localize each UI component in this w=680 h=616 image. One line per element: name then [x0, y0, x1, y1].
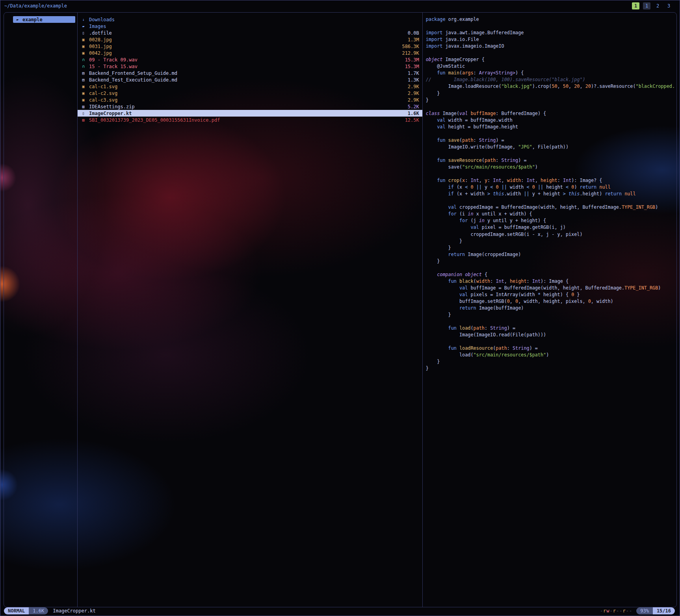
file-size: 0.0B: [408, 30, 419, 36]
code-line: }: [426, 245, 675, 251]
code-line: }: [426, 97, 675, 104]
tab-1[interactable]: 1: [632, 2, 639, 9]
pdf-icon: ▧: [81, 118, 86, 122]
code-line: Image.loadResource("black.jpg").crop(50,…: [426, 83, 675, 90]
terminal-window: ~/Data/example/example 1123 ▰example ↓Do…: [0, 0, 680, 616]
code-line: }: [426, 358, 675, 365]
file-size-indicator: 1.6K: [29, 607, 48, 614]
download-icon: ↓: [81, 17, 86, 22]
file-name: ImageCropper.kt: [89, 111, 132, 116]
file-name: 0031.jpg: [89, 44, 112, 49]
file-row[interactable]: ▥IDEAsettings.zip5.2K: [78, 103, 422, 110]
code-line: [426, 130, 675, 137]
file-row[interactable]: ▤Backend_Test_Execution_Guide.md1.3K: [78, 76, 422, 83]
file-row[interactable]: ▣cal-c1.svg2.9K: [78, 83, 422, 90]
file-row[interactable]: ▣cal-c2.svg2.9K: [78, 90, 422, 96]
code-line: return Image(croppedImage): [426, 251, 675, 258]
position-pill: 93% 15/16: [636, 607, 675, 614]
file-name: 0028.jpg: [89, 37, 112, 43]
code-line: save("src/main/resources/$path"): [426, 164, 675, 171]
code-line: [426, 318, 675, 325]
image-icon: ▣: [81, 98, 86, 102]
file-size: 15.3M: [405, 57, 419, 63]
parent-dir-item[interactable]: ▰example: [13, 16, 75, 23]
file-size: 2.9K: [408, 84, 419, 89]
tab-4[interactable]: 3: [665, 2, 673, 9]
code-line: import javax.imageio.ImageIO: [426, 43, 675, 50]
code-line: import java.awt.image.BufferedImage: [426, 30, 675, 36]
code-line: [426, 104, 675, 110]
file-size: 1.6K: [408, 111, 419, 116]
code-line: // Image.black(100, 100).saveResource("b…: [426, 76, 675, 83]
code-line: }: [426, 258, 675, 265]
audio-icon: ∩: [81, 58, 86, 62]
image-icon: ▣: [81, 84, 86, 89]
status-bar: NORMAL 1.6K ImageCropper.kt -rw-r--r-- 9…: [0, 607, 680, 615]
file-row[interactable]: ∩15 - Track 15.wav15.3M: [78, 63, 422, 70]
file-size: 212.9K: [402, 50, 419, 56]
file-name: 15 - Track 15.wav: [89, 64, 137, 69]
scroll-percent: 93%: [636, 607, 653, 614]
file-row[interactable]: ∩09 - Track 09.wav15.3M: [78, 56, 422, 63]
file-size: 1.3M: [408, 37, 419, 43]
code-line: val buffImage = BufferedImage(width, hei…: [426, 285, 675, 291]
code-line: fun black(width: Int, height: Int): Imag…: [426, 278, 675, 285]
parent-directory-pane: ▰example: [4, 13, 77, 607]
file-name: 09 - Track 09.wav: [89, 57, 137, 63]
file-size: 5.2K: [408, 104, 419, 109]
mode-pill: NORMAL 1.6K: [4, 607, 48, 614]
code-line: return Image(buffImage): [426, 305, 675, 312]
file-row[interactable]: ↓Downloads: [78, 16, 422, 23]
code-line: val pixel = buffImage.getRGB(i, j): [426, 224, 675, 231]
mode-indicator: NORMAL: [4, 607, 29, 614]
markdown-icon: ▤: [81, 78, 86, 82]
file-row[interactable]: ▯.dotfile0.0B: [78, 30, 422, 36]
code-line: buffImage.setRGB(0, 0, width, height, pi…: [426, 298, 675, 305]
status-filename: ImageCropper.kt: [53, 608, 95, 614]
code-line: package org.example: [426, 16, 675, 23]
code-line: fun saveResource(path: String) =: [426, 157, 675, 164]
image-icon: ▣: [81, 91, 86, 95]
file-name: cal-c1.svg: [89, 84, 117, 89]
code-line: class Image(val buffImage: BufferedImage…: [426, 110, 675, 117]
file-list-pane: ↓Downloads▰Images▯.dotfile0.0B▣0028.jpg1…: [77, 13, 423, 607]
code-line: fun main(args: Array<String>) {: [426, 70, 675, 76]
code-line: import java.io.File: [426, 36, 675, 43]
code-line: }: [426, 90, 675, 97]
code-line: [426, 338, 675, 345]
code-line: if (x < 0 || y < 0 || width < 0 || heigh…: [426, 184, 675, 191]
folder-icon: ▰: [16, 17, 19, 22]
file-name: Images: [89, 24, 106, 29]
image-icon: ▣: [81, 44, 86, 48]
file-row[interactable]: ▣0031.jpg586.3K: [78, 43, 422, 50]
file-row[interactable]: ▤Backend_Frontend_Setup_Guide.md1.7K: [78, 70, 422, 76]
code-line: @JvmStatic: [426, 63, 675, 70]
code-line: val height = buffImage.height: [426, 124, 675, 130]
yazi-header: ~/Data/example/example 1123: [0, 0, 680, 12]
file-name: cal-c3.svg: [89, 97, 117, 103]
file-row[interactable]: ▧SBI_0032013739_2023_DE05_0003155631Invo…: [78, 117, 422, 123]
code-line: fun loadResource(path: String) =: [426, 345, 675, 352]
cursor-position: 15/16: [653, 607, 675, 614]
code-line: [426, 265, 675, 271]
code-line: companion object {: [426, 271, 675, 278]
file-name: SBI_0032013739_2023_DE05_0003155631Invoi…: [89, 117, 220, 123]
file-row[interactable]: ▣0028.jpg1.3M: [78, 36, 422, 43]
file-icon: ▯: [81, 31, 86, 35]
code-line: ImageIO.write(buffImage, "JPG", File(pat…: [426, 144, 675, 150]
tab-2[interactable]: 1: [643, 2, 650, 9]
tab-3[interactable]: 2: [654, 2, 661, 9]
file-size: 1.3K: [408, 77, 419, 83]
code-line: for (i in x until x + width) {: [426, 211, 675, 217]
status-right: -rw-r--r-- 93% 15/16: [600, 607, 675, 614]
file-row[interactable]: ▰Images: [78, 23, 422, 30]
file-name: .dotfile: [89, 30, 112, 36]
permissions-indicator: -rw-r--r--: [600, 608, 632, 614]
file-row[interactable]: ▯ImageCropper.kt1.6K: [78, 110, 422, 117]
status-left: NORMAL 1.6K ImageCropper.kt: [4, 607, 96, 614]
code-preview: package org.example import java.awt.imag…: [426, 16, 675, 372]
file-row[interactable]: ▣0042.jpg212.9K: [78, 50, 422, 56]
code-line: }: [426, 312, 675, 318]
file-name: IDEAsettings.zip: [89, 104, 135, 109]
file-row[interactable]: ▣cal-c3.svg2.9K: [78, 96, 422, 103]
